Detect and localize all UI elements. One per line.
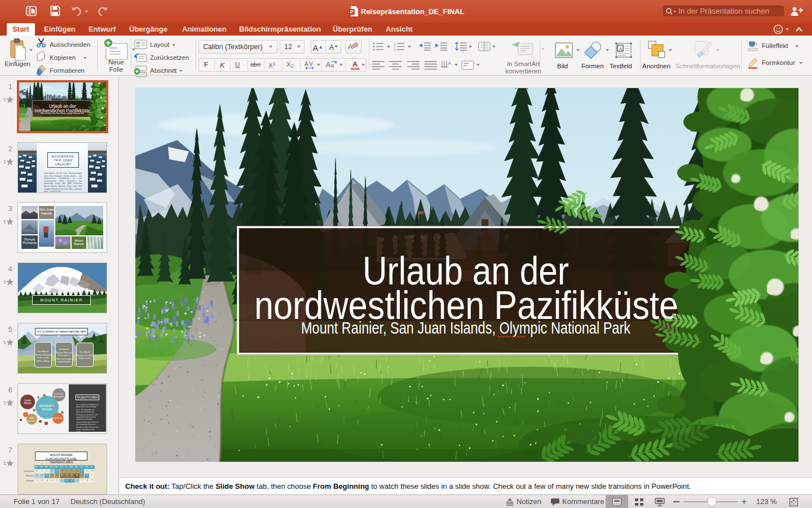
svg-text:A: A (304, 61, 308, 67)
svg-text:A: A (326, 61, 330, 69)
svg-text:a: a (331, 63, 334, 68)
svg-text:V: V (309, 61, 313, 67)
svg-text:P: P (350, 8, 354, 15)
svg-text:3: 3 (394, 48, 396, 52)
svg-text:A: A (619, 46, 623, 52)
svg-text:A: A (348, 42, 353, 51)
svg-text:A: A (448, 60, 451, 66)
